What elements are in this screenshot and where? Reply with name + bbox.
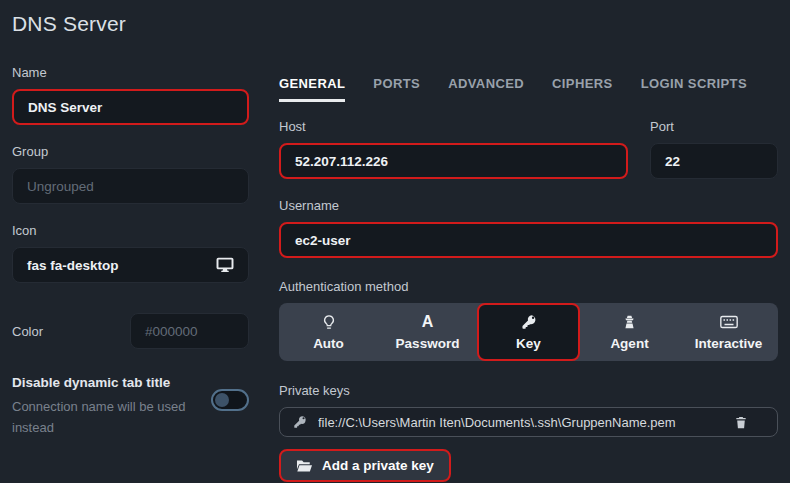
auth-option-agent[interactable]: Agent [580,303,679,361]
private-key-row[interactable]: file://C:\Users\Martin Iten\Documents\.s… [279,407,778,437]
group-input[interactable]: Ungrouped [12,168,249,204]
color-input[interactable]: #000000 [130,313,249,349]
icon-label: Icon [12,223,249,238]
private-keys-block: Private keys file://C:\Users\Martin Iten… [279,383,778,482]
key-icon [293,415,307,429]
name-label: Name [12,65,249,80]
color-label: Color [12,324,43,339]
icon-value: fas fa-desktop [27,258,119,273]
desktop-icon [216,256,234,274]
name-input[interactable]: DNS Server [12,89,249,125]
private-key-path: file://C:\Users\Martin Iten\Documents\.s… [318,415,676,430]
auth-option-label: Auto [313,336,344,351]
auth-option-label: Interactive [695,336,763,351]
auth-method-segments: Auto A Password Key [279,303,778,361]
right-panel: GENERAL PORTS ADVANCED CIPHERS LOGIN SCR… [279,76,778,482]
page-title: DNS Server [12,12,249,36]
toggle-texts: Disable dynamic tab title Connection nam… [12,375,211,438]
color-row: Color #000000 [12,313,249,349]
private-keys-label: Private keys [279,383,778,398]
add-private-key-label: Add a private key [322,458,434,473]
auth-option-key[interactable]: Key [477,303,580,361]
host-input[interactable]: 52.207.112.226 [279,143,628,179]
dynamic-tab-title-toggle[interactable] [211,389,249,411]
tab-ports[interactable]: PORTS [373,76,420,102]
tab-ciphers[interactable]: CIPHERS [552,76,613,102]
name-value: DNS Server [28,100,102,115]
icon-input[interactable]: fas fa-desktop [12,247,249,283]
username-label: Username [279,198,778,213]
folder-open-icon [296,459,313,473]
group-label: Group [12,144,249,159]
tab-general[interactable]: GENERAL [279,76,345,102]
keyboard-icon [720,314,738,331]
add-private-key-button[interactable]: Add a private key [279,449,451,482]
lightbulb-icon [322,314,336,331]
host-label: Host [279,119,628,134]
trash-icon[interactable] [734,415,748,430]
connection-editor: DNS Server Name DNS Server Group Ungroup… [0,0,790,483]
tab-advanced[interactable]: ADVANCED [448,76,524,102]
username-value: ec2-user [295,233,351,248]
auth-method-label: Authentication method [279,279,778,294]
auth-option-auto[interactable]: Auto [279,303,378,361]
dynamic-tab-title-label: Disable dynamic tab title [12,375,211,390]
left-panel: DNS Server Name DNS Server Group Ungroup… [12,10,249,482]
auth-option-interactive[interactable]: Interactive [679,303,778,361]
username-input[interactable]: ec2-user [279,222,778,258]
auth-method-block: Authentication method Auto A Password [279,279,778,361]
group-placeholder: Ungrouped [27,179,94,194]
dynamic-tab-title-section: Disable dynamic tab title Connection nam… [12,375,249,438]
auth-option-label: Agent [610,336,648,351]
dynamic-tab-title-description: Connection name will be used instead [12,396,190,438]
toggle-knob [215,393,229,407]
auth-option-label: Password [396,336,460,351]
auth-option-password[interactable]: A Password [378,303,477,361]
username-block: Username ec2-user [279,198,778,258]
host-value: 52.207.112.226 [295,154,388,169]
user-secret-icon [622,314,637,331]
host-port-row: Host 52.207.112.226 Port 22 [279,119,778,179]
color-placeholder: #000000 [145,324,198,339]
key-icon [521,314,537,331]
font-a-icon: A [422,314,434,331]
tab-bar: GENERAL PORTS ADVANCED CIPHERS LOGIN SCR… [279,76,778,102]
port-value: 22 [665,154,680,169]
auth-option-label: Key [516,336,541,351]
tab-login-scripts[interactable]: LOGIN SCRIPTS [641,76,747,102]
host-column: Host 52.207.112.226 [279,119,628,179]
port-input[interactable]: 22 [650,143,778,179]
port-label: Port [650,119,778,134]
port-column: Port 22 [650,119,778,179]
